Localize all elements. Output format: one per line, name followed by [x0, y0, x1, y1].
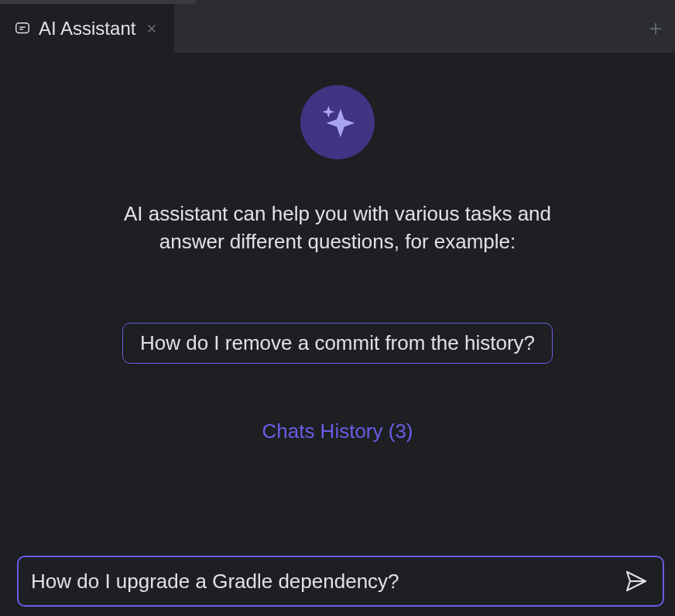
- send-button[interactable]: [622, 567, 650, 595]
- tab-ai-assistant[interactable]: AI Assistant: [0, 4, 174, 53]
- tab-bar: AI Assistant: [0, 4, 675, 53]
- intro-text: AI assistant can help you with various t…: [121, 200, 554, 256]
- chats-history-link[interactable]: Chats History (3): [262, 419, 413, 443]
- svg-rect-0: [16, 22, 29, 33]
- close-icon[interactable]: [143, 20, 160, 37]
- tab-label: AI Assistant: [39, 18, 135, 39]
- add-tab-button[interactable]: [636, 4, 675, 53]
- main-content: AI assistant can help you with various t…: [0, 53, 675, 443]
- chat-input[interactable]: [31, 570, 622, 594]
- chat-icon: [14, 20, 31, 37]
- ai-sparkle-icon: [300, 85, 375, 159]
- chat-input-container: [17, 556, 664, 607]
- example-prompt-button[interactable]: How do I remove a commit from the histor…: [122, 323, 553, 364]
